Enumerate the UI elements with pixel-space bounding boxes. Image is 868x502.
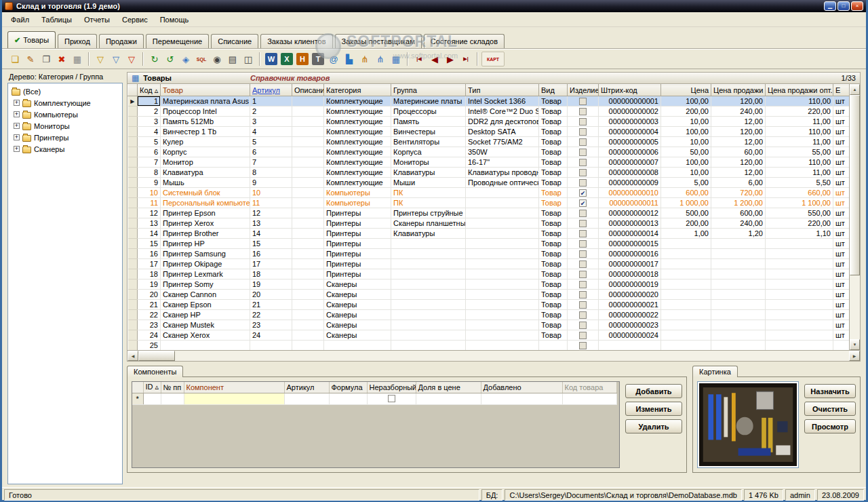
cell-ind[interactable] bbox=[128, 310, 138, 320]
cell-cena[interactable]: 10,00 bbox=[661, 117, 711, 127]
cell-cena_prodazhi[interactable]: 1,20 bbox=[711, 229, 766, 239]
cell-kod[interactable]: 9 bbox=[138, 178, 161, 188]
cell-gruppa[interactable] bbox=[391, 279, 466, 290]
cell-kod[interactable]: 16 bbox=[138, 249, 161, 259]
cell-opisanie[interactable] bbox=[292, 229, 324, 239]
vertical-scroll-track[interactable] bbox=[850, 95, 860, 339]
cell-cena_prodazhi[interactable] bbox=[711, 269, 766, 279]
cell-cena_prodazhi_opt[interactable] bbox=[766, 341, 833, 351]
cell-cena[interactable]: 10,00 bbox=[661, 137, 711, 147]
comp-col-dobavleno[interactable]: Добавлено bbox=[481, 382, 562, 393]
cell-vid[interactable] bbox=[539, 341, 568, 351]
menu-item-4[interactable]: Помощь bbox=[154, 14, 195, 26]
product-row-1[interactable]: ▶1Материнская плата Asus1КомплектующиеМа… bbox=[128, 96, 850, 107]
cell-artikul[interactable] bbox=[250, 341, 292, 351]
cell-kod[interactable]: 12 bbox=[138, 208, 161, 218]
cell-kategoriya[interactable]: Комплектующие bbox=[324, 96, 391, 107]
comp-cell-komponent[interactable] bbox=[184, 393, 284, 404]
cell-kod[interactable]: 6 bbox=[138, 147, 161, 157]
export-word-icon[interactable]: W bbox=[265, 53, 277, 65]
cell-kategoriya[interactable]: Компьютеры bbox=[324, 198, 391, 208]
cell-cena_prodazhi[interactable]: 60,00 bbox=[711, 147, 766, 157]
cell-izdelie[interactable] bbox=[568, 330, 599, 341]
cell-opisanie[interactable] bbox=[292, 96, 324, 107]
cell-shtrih_kod[interactable]: 000000000003 bbox=[599, 117, 661, 127]
cell-izdelie[interactable] bbox=[568, 249, 599, 259]
col-header-gruppa[interactable]: Группа bbox=[391, 85, 466, 96]
cell-vid[interactable]: Товар bbox=[539, 127, 568, 137]
cell-shtrih_kod[interactable]: 000000000009 bbox=[599, 178, 661, 188]
cell-gruppa[interactable]: Вентиляторы bbox=[391, 137, 466, 147]
cell-cena_prodazhi[interactable]: 120,00 bbox=[711, 96, 766, 107]
cell-cena[interactable] bbox=[661, 269, 711, 279]
menu-item-1[interactable]: Таблицы bbox=[35, 14, 78, 26]
cell-tip[interactable] bbox=[466, 259, 539, 269]
cell-tovar[interactable]: Сканер Epson bbox=[161, 300, 250, 310]
cell-opisanie[interactable] bbox=[292, 137, 324, 147]
cancel-changes-icon[interactable]: ▦ bbox=[70, 52, 85, 66]
cell-tovar[interactable]: Кулер bbox=[161, 137, 250, 147]
izdelie-checkbox[interactable]: ✔ bbox=[579, 189, 587, 197]
cell-cena_prodazhi[interactable]: 240,00 bbox=[711, 107, 766, 117]
product-row-6[interactable]: 6Корпус6КомплектующиеКорпуса350WТовар000… bbox=[128, 147, 850, 157]
cell-cena_prodazhi[interactable]: 720,00 bbox=[711, 188, 766, 198]
cell-ed[interactable]: шт bbox=[833, 269, 850, 279]
product-row-5[interactable]: 5Кулер5КомплектующиеВентиляторыSocket 77… bbox=[128, 137, 850, 147]
assign-picture-button[interactable]: Назначить bbox=[804, 384, 856, 398]
cell-ind[interactable] bbox=[128, 279, 138, 290]
cell-ed[interactable]: шт bbox=[833, 96, 850, 107]
cell-kod[interactable]: 8 bbox=[138, 168, 161, 178]
cell-tip[interactable] bbox=[466, 208, 539, 218]
refresh-icon[interactable]: ↻ bbox=[147, 52, 162, 66]
cell-cena[interactable]: 100,00 bbox=[661, 157, 711, 168]
cell-tovar[interactable]: Принтер Okipage bbox=[161, 259, 250, 269]
cell-kategoriya[interactable]: Комплектующие bbox=[324, 147, 391, 157]
comp-col-artikul[interactable]: Артикул bbox=[284, 382, 329, 393]
cell-kod[interactable]: 13 bbox=[138, 218, 161, 229]
cell-vid[interactable]: Товар bbox=[539, 147, 568, 157]
cell-ed[interactable]: шт bbox=[833, 137, 850, 147]
product-row-7[interactable]: 7Монитор7КомплектующиеМониторы16-17"Това… bbox=[128, 157, 850, 168]
cell-gruppa[interactable] bbox=[391, 310, 466, 320]
izdelie-checkbox[interactable] bbox=[579, 118, 587, 125]
cell-izdelie[interactable] bbox=[568, 259, 599, 269]
cell-cena_prodazhi_opt[interactable]: 11,00 bbox=[766, 117, 833, 127]
filter-edit-icon[interactable]: ▽ bbox=[93, 52, 108, 66]
cell-izdelie[interactable] bbox=[568, 147, 599, 157]
cell-gruppa[interactable]: Материнские платы bbox=[391, 96, 466, 107]
cell-vid[interactable]: Товар bbox=[539, 208, 568, 218]
col-header-shtrih_kod[interactable]: Штрих-код bbox=[599, 85, 661, 96]
cell-kategoriya[interactable]: Сканеры bbox=[324, 290, 391, 300]
cell-kategoriya[interactable]: Принтеры bbox=[324, 239, 391, 249]
cell-tovar[interactable]: Мышь bbox=[161, 178, 250, 188]
cell-opisanie[interactable] bbox=[292, 198, 324, 208]
izdelie-checkbox[interactable] bbox=[579, 128, 587, 136]
comp-col-formula[interactable]: Формула bbox=[329, 382, 367, 393]
izdelie-checkbox[interactable] bbox=[579, 169, 587, 176]
izdelie-checkbox[interactable] bbox=[579, 291, 587, 298]
product-row-11[interactable]: 11Персональный компьютер11КомпьютерыПКТо… bbox=[128, 198, 850, 208]
cell-tovar[interactable]: Монитор bbox=[161, 157, 250, 168]
cell-kod[interactable]: 17 bbox=[138, 259, 161, 269]
tree-item-0[interactable]: +Комплектующие bbox=[9, 97, 121, 109]
cell-cena_prodazhi_opt[interactable]: 660,00 bbox=[766, 188, 833, 198]
cell-cena_prodazhi[interactable] bbox=[711, 300, 766, 310]
table-icon[interactable]: ▦ bbox=[389, 52, 403, 66]
izdelie-checkbox[interactable] bbox=[579, 138, 587, 146]
cell-artikul[interactable]: 4 bbox=[250, 127, 292, 137]
cell-gruppa[interactable]: Процессоры bbox=[391, 107, 466, 117]
cell-kod[interactable]: 10 bbox=[138, 188, 161, 198]
cell-vid[interactable]: Товар bbox=[539, 96, 568, 107]
cell-izdelie[interactable] bbox=[568, 229, 599, 239]
cell-cena[interactable] bbox=[661, 330, 711, 341]
cell-vid[interactable]: Товар bbox=[539, 279, 568, 290]
nav-last-icon[interactable]: ▶| bbox=[458, 52, 473, 66]
cell-tip[interactable] bbox=[466, 218, 539, 229]
cell-tip[interactable] bbox=[466, 279, 539, 290]
filter-apply-icon[interactable]: ▽ bbox=[108, 52, 123, 66]
col-header-tip[interactable]: Тип bbox=[466, 85, 539, 96]
cell-ed[interactable]: шт bbox=[833, 168, 850, 178]
izdelie-checkbox[interactable] bbox=[579, 210, 587, 217]
cell-vid[interactable]: Товар bbox=[539, 259, 568, 269]
cell-ind[interactable] bbox=[128, 127, 138, 137]
